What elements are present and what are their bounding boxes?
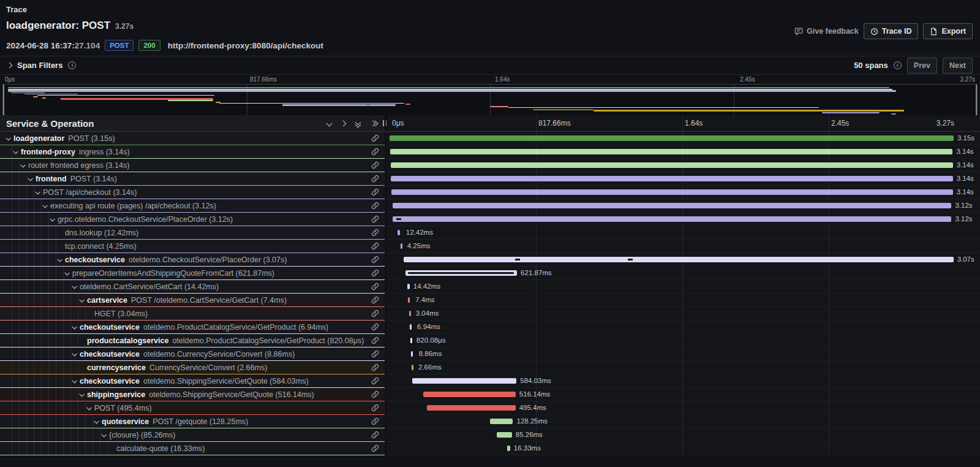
expand-chevron-icon[interactable] <box>79 392 84 397</box>
span-link-icon[interactable] <box>371 161 379 169</box>
expand-chevron-icon[interactable] <box>35 189 40 194</box>
span-name-cell[interactable]: productcatalogserviceoteldemo.ProductCat… <box>0 334 385 347</box>
expand-chevron-icon[interactable] <box>72 378 77 383</box>
span-link-icon[interactable] <box>371 296 379 304</box>
span-link-icon[interactable] <box>371 309 379 317</box>
span-bar[interactable] <box>497 432 512 438</box>
span-bar[interactable] <box>390 149 952 154</box>
span-bar[interactable] <box>507 446 510 451</box>
span-bar[interactable] <box>412 378 517 384</box>
span-filters-toggle[interactable]: Span Filters i <box>7 61 76 70</box>
span-bar[interactable] <box>490 419 513 424</box>
span-link-icon[interactable] <box>371 363 379 371</box>
span-link-icon[interactable] <box>371 188 379 196</box>
span-name-cell[interactable]: POST (495.4ms) <box>0 401 385 415</box>
span-bar[interactable] <box>405 270 517 276</box>
expand-chevron-icon[interactable] <box>94 419 99 423</box>
minimap-right-handle[interactable] <box>976 85 977 115</box>
span-name-cell[interactable]: executing api route (pages) /api/checkou… <box>0 199 385 213</box>
trace-id-button[interactable]: Trace ID <box>864 23 919 39</box>
span-name-cell[interactable]: quoteservicePOST /getquote (128.25ms) <box>0 415 385 428</box>
prev-button[interactable]: Prev <box>907 58 937 74</box>
span-link-icon[interactable] <box>371 417 379 425</box>
expand-chevron-icon[interactable] <box>13 149 18 154</box>
span-name-cell[interactable]: frontend-proxyingress (3.14s) <box>0 145 385 159</box>
next-button[interactable]: Next <box>943 58 973 74</box>
span-name-cell[interactable]: router frontend egress (3.14s) <box>0 159 385 172</box>
span-name-cell[interactable]: shippingserviceoteldemo.ShippingService/… <box>0 388 385 401</box>
expand-chevron-icon[interactable] <box>72 351 77 356</box>
span-bar[interactable] <box>391 189 953 195</box>
minimap-left-handle[interactable] <box>3 85 4 115</box>
span-link-icon[interactable] <box>371 202 379 210</box>
span-link-icon[interactable] <box>371 175 379 183</box>
span-link-icon[interactable] <box>371 323 379 331</box>
give-feedback-button[interactable]: Give feedback <box>794 27 859 36</box>
span-name-cell[interactable]: calculate-quote (16.33ms) <box>0 442 385 455</box>
expand-chevron-icon[interactable] <box>101 432 106 437</box>
span-bar[interactable] <box>410 338 412 343</box>
expand-chevron-icon[interactable] <box>28 176 32 181</box>
span-name-cell[interactable]: currencyserviceCurrencyService/Convert (… <box>0 361 385 374</box>
expand-chevron-icon[interactable] <box>42 203 47 208</box>
expand-chevron-icon[interactable] <box>50 216 55 221</box>
span-name-cell[interactable]: checkoutserviceoteldemo.ProductCatalogSe… <box>0 321 385 334</box>
trace-minimap[interactable] <box>2 84 978 116</box>
span-bar[interactable] <box>393 216 951 222</box>
span-link-icon[interactable] <box>371 350 379 358</box>
collapse-one-icon[interactable] <box>327 121 331 126</box>
span-bar[interactable] <box>410 324 412 330</box>
span-name-cell[interactable]: POST /api/checkout (3.14s) <box>0 186 385 199</box>
span-link-icon[interactable] <box>371 215 379 223</box>
span-name-cell[interactable]: checkoutserviceoteldemo.ShippingService/… <box>0 374 385 388</box>
span-name-cell[interactable]: loadgeneratorPOST (3.15s) <box>0 132 385 145</box>
span-bar[interactable] <box>411 351 413 357</box>
span-name-cell[interactable]: oteldemo.CartService/GetCart (14.42ms) <box>0 280 385 294</box>
span-bar[interactable] <box>427 405 516 411</box>
span-bar[interactable] <box>409 311 411 316</box>
span-name-cell[interactable]: {closure} (85.26ms) <box>0 428 385 442</box>
collapse-all-icon[interactable] <box>355 120 361 127</box>
span-link-icon[interactable] <box>371 134 379 142</box>
span-name-cell[interactable]: tcp.connect (4.25ms) <box>0 240 385 253</box>
expand-chevron-icon[interactable] <box>6 135 10 140</box>
span-name-cell[interactable]: checkoutserviceoteldemo.CurrencyService/… <box>0 347 385 361</box>
span-name-cell[interactable]: checkoutserviceoteldemo.CheckoutService/… <box>0 253 385 267</box>
span-link-icon[interactable] <box>371 444 379 452</box>
span-bar[interactable] <box>412 365 413 370</box>
expand-chevron-icon[interactable] <box>79 297 84 302</box>
span-bar[interactable] <box>391 162 953 168</box>
span-bar[interactable] <box>408 297 410 303</box>
span-bar[interactable] <box>398 230 400 235</box>
span-name-cell[interactable]: dns.lookup (12.42ms) <box>0 226 385 240</box>
span-link-icon[interactable] <box>371 148 379 156</box>
span-name-cell[interactable]: prepareOrderItemsAndShippingQuoteFromCar… <box>0 267 385 280</box>
span-bar[interactable] <box>404 257 954 262</box>
span-link-icon[interactable] <box>371 390 379 398</box>
expand-chevron-icon[interactable] <box>72 284 77 289</box>
expand-one-icon[interactable] <box>341 121 345 126</box>
expand-chevron-icon[interactable] <box>64 270 69 275</box>
span-name-cell[interactable]: HGET (3.04ms) <box>0 307 385 321</box>
expand-chevron-icon[interactable] <box>72 324 77 329</box>
export-button[interactable]: Export <box>923 23 973 39</box>
span-link-icon[interactable] <box>371 404 379 412</box>
span-bar[interactable] <box>401 243 402 249</box>
span-link-icon[interactable] <box>371 431 379 439</box>
span-link-icon[interactable] <box>371 229 379 237</box>
span-bar[interactable] <box>407 284 410 289</box>
expand-chevron-icon[interactable] <box>20 162 25 167</box>
span-link-icon[interactable] <box>371 336 379 344</box>
span-bar[interactable] <box>390 135 954 141</box>
expand-all-icon[interactable] <box>371 120 376 127</box>
span-name-cell[interactable]: frontendPOST (3.14s) <box>0 172 385 186</box>
span-link-icon[interactable] <box>371 242 379 250</box>
span-link-icon[interactable] <box>371 269 379 277</box>
span-bar[interactable] <box>391 176 952 181</box>
span-name-cell[interactable]: cartservicePOST /oteldemo.CartService/Ge… <box>0 294 385 307</box>
span-link-icon[interactable] <box>371 256 379 264</box>
span-bar[interactable] <box>393 203 952 208</box>
span-bar[interactable] <box>423 392 516 397</box>
expand-chevron-icon[interactable] <box>86 405 91 410</box>
span-link-icon[interactable] <box>371 283 379 290</box>
